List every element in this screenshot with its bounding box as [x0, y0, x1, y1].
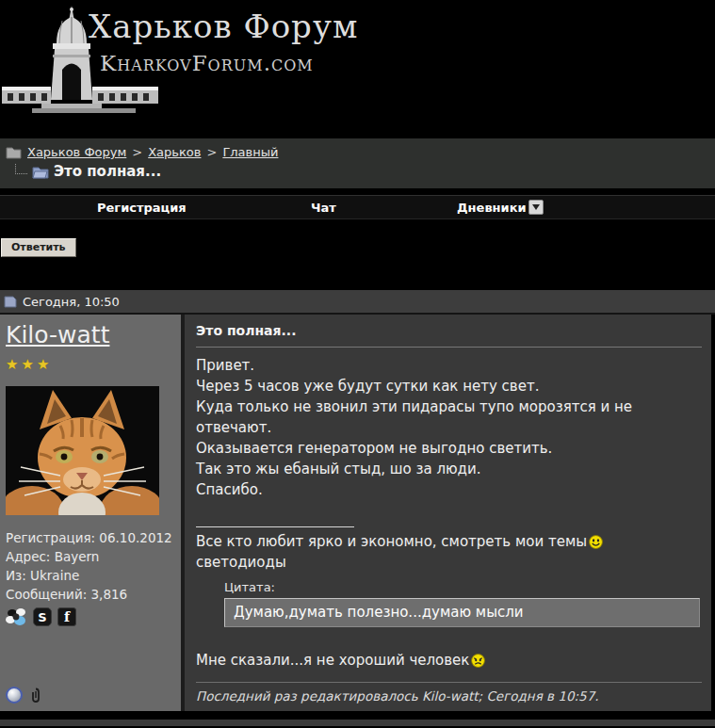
diaries-dropdown-icon[interactable]: [528, 200, 544, 215]
signature-quote: Цитата: Думаю,думать полезно...думаю мыс…: [224, 580, 702, 627]
user-panel: Kilo-watt ★★★: [0, 315, 185, 711]
open-folder-icon: [32, 165, 49, 179]
post-line: Так это жы ебаный стыд, шо за люди.: [196, 459, 702, 479]
breadcrumb: Харьков Форум > Харьков > Главный: [6, 145, 715, 159]
nav-item-chat[interactable]: Чат: [311, 201, 336, 215]
attachment-paperclip-icon[interactable]: [31, 688, 41, 703]
footer-bar: [0, 720, 715, 726]
post-status-row: [6, 687, 175, 704]
wink-smiley-icon: [589, 535, 603, 549]
nav-item-registration[interactable]: Регистрация: [97, 201, 187, 215]
signature-line-3: Мне сказали...я не хороший человек: [196, 650, 702, 671]
toolbar-row: Ответить: [0, 236, 715, 255]
breadcrumb-link-forum[interactable]: Харьков Форум: [27, 145, 126, 159]
tree-elbow-line: [15, 164, 27, 174]
facebook-icon[interactable]: f: [57, 607, 76, 626]
breadcrumb-separator: >: [206, 145, 217, 159]
star-icon: ★: [37, 356, 52, 373]
star-icon: ★: [6, 356, 21, 373]
user-info-block: Регистрация: 06.10.2012 Адрес: Bayern Из…: [6, 528, 175, 604]
user-from: Из: Ukraine: [6, 566, 175, 585]
divider-strip: [0, 188, 715, 195]
post-title: Это полная...: [196, 323, 702, 338]
post-line: Оказывается генератором не выгодно свети…: [196, 438, 702, 459]
signature-text: Мне сказали...я не хороший человек: [196, 650, 469, 671]
breadcrumb-band: Харьков Форум > Харьков > Главный Это по…: [0, 138, 715, 188]
post-timestamp: Сегодня, 10:50: [23, 295, 120, 309]
folder-icon: [6, 146, 22, 159]
icq-icon[interactable]: [6, 607, 27, 626]
user-online-status-icon: [6, 687, 23, 704]
post-line: Через 5 часов уже будут сутки как нету с…: [196, 376, 702, 396]
title-divider: [196, 347, 702, 348]
post-content-panel: Это полная... Привет. Через 5 часов уже …: [185, 315, 711, 711]
breadcrumb-separator: >: [132, 145, 142, 159]
last-edited-note: Последний раз редактировалось Kilo-watt;…: [196, 688, 702, 704]
signature-divider: [196, 526, 354, 527]
signature-line-1: Все кто любит ярко и экономно, смотреть …: [196, 531, 702, 552]
user-contact-icons: S f: [6, 607, 175, 626]
post-page-icon: [4, 296, 17, 308]
nav-item-diaries[interactable]: Дневники: [457, 201, 527, 215]
current-thread-title: Это полная...: [54, 163, 161, 180]
user-avatar-cat-image[interactable]: [6, 386, 159, 515]
site-title[interactable]: Харьков Форум: [89, 8, 358, 45]
signature-text: светодиоды: [196, 552, 286, 573]
spacer: [0, 255, 715, 290]
site-subtitle: KharkovForum.com: [100, 51, 314, 75]
skype-icon[interactable]: S: [33, 607, 52, 626]
footer-divider: [0, 711, 715, 720]
user-address: Адрес: Bayern: [6, 547, 175, 566]
site-header: Харьков Форум KharkovForum.com: [0, 0, 715, 138]
post-body-text: Привет. Через 5 часов уже будут сутки ка…: [196, 355, 702, 500]
post-line: Куда только не звонил эти пидарасы тупо …: [196, 396, 702, 438]
signature-text: Все кто любит ярко и экономно, смотреть …: [196, 531, 587, 552]
spacer: [0, 219, 715, 236]
star-icon: ★: [21, 356, 36, 373]
sad-smiley-icon: [471, 654, 485, 668]
user-registered: Регистрация: 06.10.2012: [6, 528, 175, 547]
current-thread-row: Это полная...: [15, 163, 715, 180]
user-posts-count: Сообщений: 3,816: [6, 585, 175, 604]
reply-button[interactable]: Ответить: [1, 238, 76, 257]
signature-line-2: светодиоды: [196, 552, 702, 573]
post-header-bar: Сегодня, 10:50: [0, 290, 715, 315]
breadcrumb-link-glavny[interactable]: Главный: [222, 145, 278, 159]
post-body-columns: Kilo-watt ★★★: [0, 315, 715, 711]
edit-note-divider: [196, 682, 702, 683]
quote-label: Цитата:: [224, 580, 702, 594]
post-line: Привет.: [196, 355, 702, 376]
username-link[interactable]: Kilo-watt: [6, 320, 175, 350]
nav-bar: Регистрация Чат Дневники: [0, 195, 715, 219]
quote-box: Думаю,думать полезно...думаю мысли: [224, 598, 700, 627]
breadcrumb-link-kharkov[interactable]: Харьков: [148, 145, 201, 159]
post-line: Спасибо.: [196, 479, 702, 500]
user-rating-stars: ★★★: [6, 356, 175, 373]
